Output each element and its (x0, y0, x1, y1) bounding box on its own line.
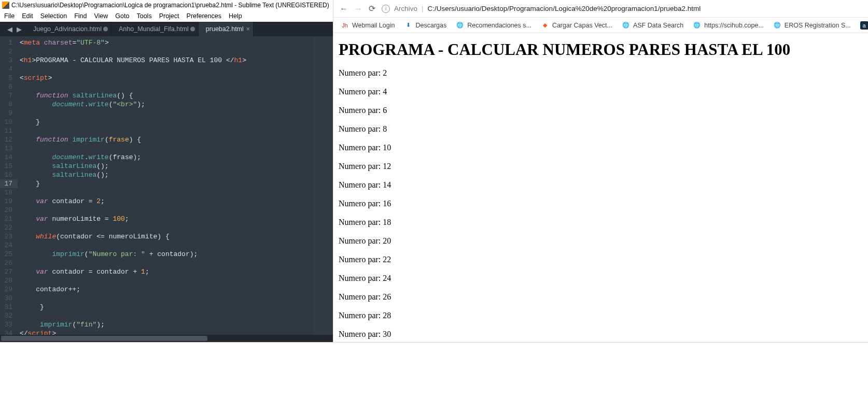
line-number: 16 (3, 170, 12, 179)
line-number: 27 (3, 267, 12, 276)
code-line (20, 188, 333, 197)
forward-button[interactable]: → (354, 4, 362, 13)
code-line: while(contador <= numeroLimite) { (20, 232, 333, 241)
menu-file[interactable]: File (4, 12, 15, 20)
line-number: 9 (3, 109, 12, 118)
line-number: 10 (3, 118, 12, 126)
code-line: function saltarLinea() { (20, 91, 333, 100)
minimap[interactable] (313, 36, 333, 335)
bookmark-item[interactable]: JhWebmail Login (341, 21, 395, 30)
back-button[interactable]: ← (340, 4, 348, 13)
line-number: 15 (3, 162, 12, 170)
bookmark-item[interactable]: ⬇Descargas (404, 21, 446, 30)
output-line: Numero par: 16 (339, 199, 863, 208)
bookmark-label: ASF Data Search (633, 22, 683, 29)
output-line: Numero par: 14 (339, 180, 863, 190)
line-number: 22 (3, 223, 12, 232)
line-number: 28 (3, 276, 12, 285)
line-number: 3 (3, 56, 12, 65)
tab-prueba2-html[interactable]: prueba2.html× (199, 22, 254, 36)
code-line: } (20, 118, 333, 126)
line-number: 21 (3, 215, 12, 223)
tab-juego_adivinacion-html[interactable]: Juego_Adivinacion.html (26, 22, 111, 36)
code-line (20, 109, 333, 118)
bookmark-icon: 🌐 (773, 21, 781, 30)
bookmark-icon: 🌐 (693, 21, 701, 30)
sublime-editor: C:\Users\usuario\Desktop\Programacion\Lo… (0, 0, 333, 342)
code-line (20, 65, 333, 74)
code-line: } (20, 303, 333, 311)
bookmark-item[interactable]: 🌐https://scihub.cope... (693, 21, 764, 30)
menu-view[interactable]: View (94, 12, 108, 20)
bookmark-item[interactable]: 🌐ASF Data Search (622, 21, 683, 30)
code-line (20, 126, 333, 135)
bookmark-item[interactable]: a (860, 21, 868, 30)
menu-project[interactable]: Project (159, 12, 179, 20)
page-content: PROGRAMA - CALCULAR NUMEROS PARES HASTA … (333, 33, 868, 342)
line-number: 34 (3, 329, 12, 335)
code-editor[interactable]: 1234567891011121314151617181920212223242… (0, 36, 333, 335)
address-bar[interactable]: i Archivo | C:/Users/usuario/Desktop/Pro… (382, 5, 862, 13)
line-number: 24 (3, 241, 12, 250)
menu-selection[interactable]: Selection (40, 12, 67, 20)
tab-next-icon[interactable]: ▶ (17, 25, 22, 33)
line-gutter: 1234567891011121314151617181920212223242… (0, 36, 18, 335)
tab-anho_mundial_fifa-html[interactable]: Anho_Mundial_Fifa.html (111, 22, 199, 36)
code-line: </script> (20, 329, 333, 335)
line-number: 26 (3, 259, 12, 267)
line-number: 11 (3, 126, 12, 135)
menu-edit[interactable]: Edit (22, 12, 33, 20)
output-line: Numero par: 12 (339, 162, 863, 171)
bookmark-label: Webmail Login (352, 22, 395, 29)
sublime-title: C:\Users\usuario\Desktop\Programacion\Lo… (11, 2, 329, 9)
bookmark-item[interactable]: 🌐EROS Registration S... (773, 21, 851, 30)
code-line: <script> (20, 74, 333, 82)
bookmark-item[interactable]: 🌐Recomendaciones s... (456, 21, 531, 30)
output-line: Numero par: 2 (339, 68, 863, 78)
sublime-logo-icon (2, 2, 9, 9)
code-line (20, 241, 333, 250)
bookmark-icon: ◆ (541, 21, 549, 30)
output-line: Numero par: 20 (339, 236, 863, 246)
code-line (20, 294, 333, 303)
tab-label: prueba2.html (206, 25, 244, 33)
line-number: 30 (3, 294, 12, 303)
sublime-titlebar: C:\Users\usuario\Desktop\Programacion\Lo… (0, 0, 333, 10)
line-number: 31 (3, 303, 12, 311)
line-number: 17 (0, 179, 18, 188)
info-icon[interactable]: i (382, 5, 390, 13)
line-number: 13 (3, 144, 12, 153)
menu-help[interactable]: Help (229, 12, 242, 20)
menu-tools[interactable]: Tools (136, 12, 151, 20)
scrollbar-thumb[interactable] (1, 336, 207, 341)
code-line (20, 82, 333, 91)
output-line: Numero par: 24 (339, 274, 863, 283)
line-number: 29 (3, 285, 12, 294)
bookmark-icon: 🌐 (622, 21, 630, 30)
tab-nav: ◀ ▶ (3, 22, 26, 36)
code-line: } (20, 179, 333, 188)
tab-close-icon[interactable]: × (246, 25, 250, 33)
url-scheme-label: Archivo (394, 5, 417, 12)
menu-goto[interactable]: Goto (115, 12, 129, 20)
line-number: 7 (3, 91, 12, 100)
bookmark-icon: ⬇ (404, 21, 412, 30)
tab-dirty-icon (190, 27, 195, 32)
page-title: PROGRAMA - CALCULAR NUMEROS PARES HASTA … (339, 40, 863, 59)
bookmark-icon: 🌐 (456, 21, 464, 30)
menu-preferences[interactable]: Preferences (187, 12, 221, 20)
code-area[interactable]: <meta charset="UTF-8"> <h1>PROGRAMA - CA… (18, 36, 333, 335)
code-line: contador++; (20, 285, 333, 294)
line-number: 5 (3, 74, 12, 82)
bookmark-item[interactable]: ◆Cargar Capas Vect... (541, 21, 612, 30)
output-line: Numero par: 28 (339, 311, 863, 320)
tab-label: Juego_Adivinacion.html (33, 25, 102, 33)
editor-hscrollbar[interactable] (0, 335, 333, 342)
bookmarks-bar: JhWebmail Login⬇Descargas🌐Recomendacione… (333, 18, 868, 33)
reload-button[interactable]: ⟳ (369, 4, 375, 13)
code-line: document.write(frase); (20, 153, 333, 162)
menu-find[interactable]: Find (74, 12, 87, 20)
output-line: Numero par: 4 (339, 87, 863, 96)
tab-prev-icon[interactable]: ◀ (7, 25, 12, 33)
code-line: saltarLinea(); (20, 162, 333, 170)
